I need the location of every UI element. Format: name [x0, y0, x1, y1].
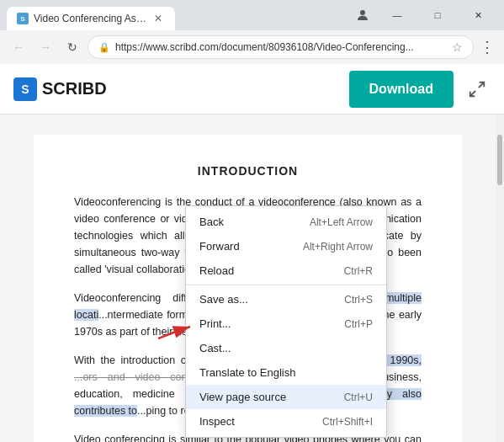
ctx-print-label: Print... [199, 317, 231, 330]
reload-button[interactable]: ↻ [61, 35, 84, 59]
tab-favicon: S [17, 13, 29, 24]
download-button[interactable]: Download [349, 71, 454, 108]
scribd-logo-icon: S [13, 77, 37, 101]
ctx-view-source-shortcut: Ctrl+U [344, 391, 373, 403]
ctx-inspect-shortcut: Ctrl+Shift+I [322, 416, 373, 428]
scrollbar[interactable] [496, 114, 504, 442]
url-text: https://www.scribd.com/document/80936108… [115, 41, 447, 53]
user-icon[interactable] [349, 2, 376, 29]
active-tab[interactable]: S Video Conferencing Ass... ✕ [7, 7, 175, 30]
expand-icon[interactable] [464, 76, 491, 103]
ctx-inspect[interactable]: Inspect Ctrl+Shift+I [186, 409, 386, 434]
doc-area: INTRODUCTION Videoconferencing is the co… [0, 114, 504, 442]
tab-close-button[interactable]: ✕ [151, 12, 165, 25]
doc-title: INTRODUCTION [74, 162, 422, 180]
ctx-forward-label: Forward [199, 240, 240, 253]
address-input[interactable]: 🔒 https://www.scribd.com/document/809361… [88, 35, 474, 59]
minimize-button[interactable]: — [378, 0, 416, 30]
bookmark-icon[interactable]: ☆ [452, 40, 463, 54]
ctx-forward[interactable]: Forward Alt+Right Arrow [186, 234, 386, 258]
close-button[interactable]: ✕ [459, 0, 497, 30]
svg-line-1 [479, 82, 484, 87]
ctx-back-shortcut: Alt+Left Arrow [310, 216, 373, 228]
back-button[interactable]: ← [7, 35, 30, 59]
scribd-logo-text: SCRIBD [42, 79, 107, 99]
address-bar: ← → ↻ 🔒 https://www.scribd.com/document/… [0, 30, 504, 64]
ctx-reload-shortcut: Ctrl+R [344, 265, 373, 277]
scrollbar-thumb[interactable] [497, 135, 502, 185]
ctx-translate-label: Translate to English [199, 366, 295, 379]
scribd-header: S SCRIBD Download [0, 64, 504, 114]
titlebar: S Video Conferencing Ass... ✕ — □ ✕ [0, 0, 504, 30]
ctx-cast[interactable]: Cast... [186, 336, 386, 360]
ctx-print[interactable]: Print... Ctrl+P [186, 312, 386, 336]
tab-title: Video Conferencing Ass... [34, 13, 146, 24]
scribd-logo: S SCRIBD [13, 77, 107, 101]
ctx-save[interactable]: Save as... Ctrl+S [186, 285, 386, 312]
ctx-inspect-label: Inspect [199, 415, 235, 428]
svg-line-2 [470, 90, 475, 95]
ctx-forward-shortcut: Alt+Right Arrow [303, 241, 373, 253]
page-container: S SCRIBD Download INTRODUCTION Videoconf… [0, 64, 504, 442]
window-controls: — □ ✕ [349, 0, 497, 30]
secure-icon: 🔒 [98, 42, 110, 53]
ctx-back-label: Back [199, 216, 224, 228]
ctx-save-shortcut: Ctrl+S [344, 294, 373, 306]
ctx-reload[interactable]: Reload Ctrl+R [186, 258, 386, 283]
ctx-cast-label: Cast... [199, 342, 231, 354]
ctx-view-source-label: View page source [199, 391, 286, 403]
ctx-print-shortcut: Ctrl+P [344, 318, 373, 330]
forward-button[interactable]: → [34, 35, 57, 59]
context-menu: Back Alt+Left Arrow Forward Alt+Right Ar… [185, 205, 387, 438]
ctx-reload-label: Reload [199, 264, 234, 277]
ctx-back[interactable]: Back Alt+Left Arrow [186, 210, 386, 234]
svg-point-0 [360, 10, 365, 15]
ctx-view-source[interactable]: View page source Ctrl+U [186, 385, 386, 409]
tab-bar: S Video Conferencing Ass... ✕ [7, 0, 346, 30]
ctx-save-label: Save as... [199, 293, 248, 306]
ctx-translate[interactable]: Translate to English [186, 360, 386, 385]
maximize-button[interactable]: □ [418, 0, 457, 30]
browser-menu-icon[interactable]: ⋮ [477, 38, 497, 56]
